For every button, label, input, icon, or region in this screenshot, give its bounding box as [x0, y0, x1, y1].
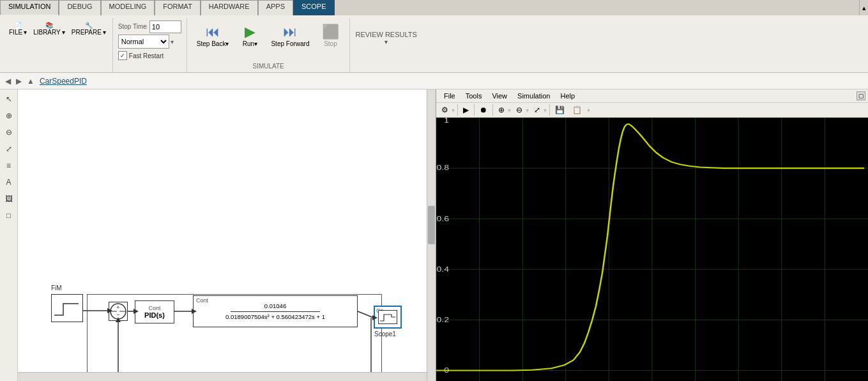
- pid-label: Cont: [148, 305, 160, 311]
- svg-text:0.2: 0.2: [437, 315, 449, 323]
- simulink-diagram: FiM + − Cont PID(s): [18, 89, 427, 372]
- scope-menubar: File Tools View Simulation Help ▢: [436, 89, 868, 103]
- svg-text:0.4: 0.4: [437, 265, 449, 273]
- scope-settings-btn[interactable]: ⚙: [439, 104, 451, 116]
- run-icon: ▶: [245, 24, 255, 40]
- fast-restart-label: Fast Restart: [129, 52, 164, 59]
- tab-format[interactable]: FORMAT: [155, 0, 201, 15]
- layers-tool[interactable]: ≡: [2, 159, 16, 173]
- zoom-out-tool[interactable]: ⊖: [2, 125, 16, 139]
- file-icon: 📄: [14, 22, 22, 29]
- mode-select[interactable]: Normal: [118, 35, 169, 49]
- scope-record-btn[interactable]: ⏺: [477, 104, 490, 116]
- svg-text:+: +: [116, 304, 119, 311]
- stop-button[interactable]: ⬛ Stop: [316, 20, 344, 51]
- step-forward-icon: ⏭: [283, 24, 297, 40]
- text-tool[interactable]: A: [2, 175, 16, 189]
- scope-toolbar: ⚙ ▾ ▶ ⏺ ⊕ ▾ ⊖ ▾ ⤢ ▾: [436, 103, 868, 118]
- file-btn[interactable]: 📄 FILE ▾: [6, 20, 29, 37]
- step-block[interactable]: [51, 294, 83, 322]
- pid-block[interactable]: Cont PID(s): [135, 300, 174, 323]
- run-button[interactable]: ▶ Run▾: [236, 20, 264, 51]
- scope-menu-tools[interactable]: Tools: [461, 91, 487, 101]
- scope-sim-block[interactable]: Co: [374, 306, 402, 329]
- scope-maximize-btn[interactable]: ▢: [857, 91, 865, 100]
- stop-time-label: Stop Time: [118, 23, 147, 30]
- simulate-section: ⏮ Step Back▾ ▶ Run▾ ⏭ Step Forward: [187, 18, 351, 72]
- tf-numerator: 0.01046: [225, 302, 325, 310]
- wires-svg: [18, 89, 427, 372]
- svg-text:0.8: 0.8: [437, 164, 449, 172]
- svg-line-12: [358, 311, 374, 318]
- fit-tool[interactable]: ⤢: [2, 142, 16, 156]
- tf-label: Cont: [196, 297, 208, 304]
- scope-menu-file[interactable]: File: [439, 91, 461, 101]
- scope-autoscale-btn[interactable]: ⤢: [531, 104, 543, 116]
- content-area: ↖ ⊕ ⊖ ⤢ ≡ A 🖼 □: [0, 89, 868, 381]
- vscroll-thumb[interactable]: [428, 206, 435, 244]
- up-button[interactable]: ▲: [24, 75, 37, 87]
- scope1-label: Scope1: [374, 330, 396, 338]
- library-label: LIBRARY ▾: [33, 29, 65, 36]
- simulink-canvas-area: FiM + − Cont PID(s): [18, 89, 436, 381]
- library-btn[interactable]: 📚 LIBRARY ▾: [31, 20, 68, 37]
- stop-time-input[interactable]: [149, 20, 181, 33]
- fast-restart-toggle[interactable]: ✓ Fast Restart: [118, 51, 181, 60]
- tools-sidebar: ↖ ⊕ ⊖ ⤢ ≡ A 🖼 □: [0, 89, 18, 381]
- nav-bar: ◀ ▶ ▲ CarSpeedPID: [0, 73, 868, 89]
- review-results-section: REVIEW RESULTS ▾: [350, 18, 422, 72]
- scope-display: [378, 310, 397, 324]
- tab-simulation[interactable]: SIMULATION: [0, 0, 59, 15]
- tf-block[interactable]: Cont 0.01046 0.0189007504s² + 0.56042347…: [193, 295, 358, 327]
- scope-plot-area: 0 0.2 0.4 0.6 0.8 1: [436, 118, 868, 381]
- pid-text: PID(s): [144, 311, 165, 319]
- tab-scope[interactable]: SCOPE: [293, 0, 335, 15]
- review-results-arrow[interactable]: ▾: [385, 38, 388, 45]
- back-button[interactable]: ◀: [3, 75, 13, 87]
- ribbon-collapse-btn[interactable]: ▴: [859, 0, 868, 15]
- scope-window: File Tools View Simulation Help ▢ ⚙ ▾ ▶ …: [436, 89, 868, 381]
- zoom-in-tool[interactable]: ⊕: [2, 109, 16, 123]
- review-results-label: REVIEW RESULTS: [355, 31, 416, 38]
- scope-play-btn[interactable]: ▶: [461, 104, 471, 116]
- step-forward-button[interactable]: ⏭ Step Forward: [266, 20, 314, 51]
- prepare-icon: 🔧: [85, 22, 93, 29]
- tab-modeling[interactable]: MODELING: [101, 0, 155, 15]
- scope-plot-svg: 0 0.2 0.4 0.6 0.8 1: [436, 118, 868, 381]
- scope-menu-simulation[interactable]: Simulation: [512, 91, 555, 101]
- tab-debug[interactable]: DEBUG: [59, 0, 100, 15]
- step-block-label: FiM: [51, 284, 62, 292]
- svg-text:−: −: [116, 311, 119, 318]
- svg-text:0.6: 0.6: [437, 214, 449, 222]
- select-tool[interactable]: ↖: [2, 92, 16, 106]
- tf-denominator: 0.0189007504s² + 0.560423472s + 1: [225, 313, 325, 321]
- file-label: FILE ▾: [9, 29, 27, 36]
- tab-bar: SIMULATION DEBUG MODELING FORMAT HARDWAR…: [0, 0, 868, 15]
- library-icon: 📚: [45, 22, 53, 29]
- image-tool[interactable]: 🖼: [2, 192, 16, 206]
- scope-zoom-in-btn[interactable]: ⊕: [496, 104, 507, 116]
- prepare-label: PREPARE ▾: [72, 29, 106, 36]
- breadcrumb[interactable]: CarSpeedPID: [40, 77, 87, 86]
- simulate-label: SIMULATE: [253, 63, 284, 70]
- forward-button[interactable]: ▶: [13, 75, 24, 87]
- svg-text:1: 1: [444, 118, 449, 125]
- canvas-vscroll[interactable]: [427, 89, 436, 381]
- tab-hardware[interactable]: HARDWARE: [201, 0, 258, 15]
- step-back-button[interactable]: ⏮ Step Back▾: [192, 20, 234, 51]
- step-back-icon: ⏮: [206, 24, 220, 40]
- scope-save-btn[interactable]: 💾: [552, 104, 567, 116]
- tf-formula: 0.01046 0.0189007504s² + 0.560423472s + …: [225, 302, 325, 321]
- scope-zoom-out-btn[interactable]: ⊖: [514, 104, 525, 116]
- canvas-hscroll[interactable]: [18, 372, 427, 381]
- scope-properties-btn[interactable]: 📋: [570, 104, 584, 116]
- sum-block[interactable]: + −: [109, 302, 128, 321]
- prepare-btn[interactable]: 🔧 PREPARE ▾: [69, 20, 109, 37]
- scope-menu-view[interactable]: View: [487, 91, 512, 101]
- box-tool[interactable]: □: [2, 208, 16, 222]
- ribbon: 📄 FILE ▾ 📚 LIBRARY ▾ 🔧 PRE: [0, 15, 868, 73]
- tab-apps[interactable]: APPS: [258, 0, 293, 15]
- stop-icon: ⬛: [322, 24, 339, 40]
- stop-time-section: Stop Time Normal ▾ ✓ Fast Restart: [113, 18, 187, 72]
- scope-menu-help[interactable]: Help: [555, 91, 580, 101]
